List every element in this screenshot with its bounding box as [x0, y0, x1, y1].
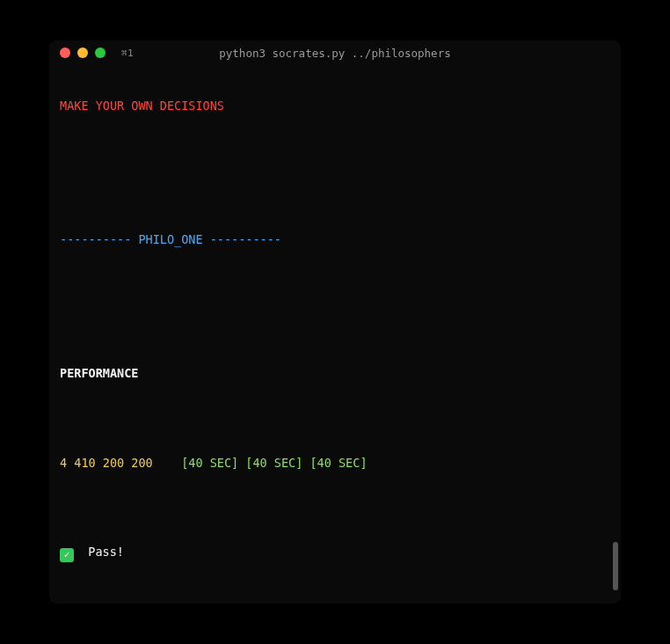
traffic-lights	[60, 48, 106, 58]
test-timing: [40 SEC] [40 SEC] [40 SEC]	[181, 456, 367, 470]
tab-indicator: ⌘1	[121, 48, 134, 59]
terminal-output[interactable]: MAKE YOUR OWN DECISIONS ---------- PHILO…	[49, 65, 621, 604]
output-line: 4 410 200 200 [40 SEC] [40 SEC] [40 SEC]	[60, 456, 610, 471]
titlebar: ⌘1 python3 socrates.py ../philosophers	[49, 40, 621, 65]
output-line	[60, 322, 610, 337]
output-line	[60, 277, 610, 292]
output-line	[60, 592, 610, 604]
close-icon[interactable]	[60, 48, 70, 58]
subsection-header: PERFORMANCE	[60, 366, 610, 381]
output-line	[60, 143, 610, 158]
section-header: ---------- PHILO_ONE ----------	[60, 232, 610, 247]
maximize-icon[interactable]	[95, 48, 106, 58]
output-line: MAKE YOUR OWN DECISIONS	[60, 99, 610, 113]
output-line	[60, 187, 610, 202]
minimize-icon[interactable]	[77, 48, 88, 58]
check-icon: ✓	[60, 548, 74, 562]
output-line	[60, 411, 610, 426]
pass-line: ✓ Pass!	[60, 545, 610, 562]
terminal-window: ⌘1 python3 socrates.py ../philosophers M…	[49, 40, 621, 604]
scrollbar-thumb[interactable]	[613, 542, 618, 590]
window-title: python3 socrates.py ../philosophers	[49, 47, 621, 60]
test-params: 4 410 200 200	[60, 456, 153, 470]
output-line	[60, 501, 610, 516]
